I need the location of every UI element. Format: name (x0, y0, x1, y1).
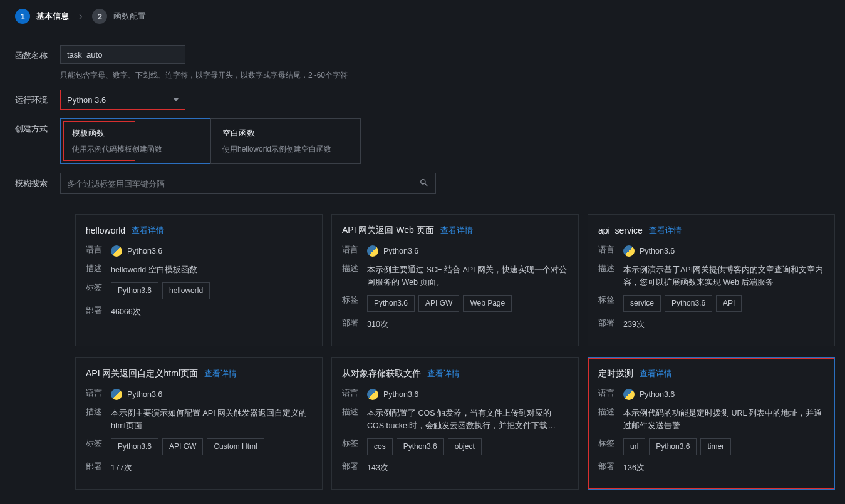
value-desc: 本示例配置了 COS 触发器，当有文件上传到对应的COS bucket时，会触发… (367, 407, 568, 432)
view-details-link[interactable]: 查看详情 (132, 225, 164, 236)
label-deploy: 部署 (86, 306, 111, 316)
value-tags: Python3.6API GWWeb Page (367, 295, 568, 312)
step-1-label: 基本信息 (36, 11, 69, 22)
value-desc: 本示例演示基于API网关提供博客内的文章查询和文章内容，您可以扩展函数来实现 W… (623, 264, 824, 289)
tag[interactable]: timer (700, 438, 731, 455)
step-function-config[interactable]: 2 函数配置 (92, 9, 146, 24)
value-deploy: 143次 (367, 461, 568, 474)
card-title: api_service (598, 225, 643, 235)
value-lang: Python3.6 (367, 388, 568, 401)
tag[interactable]: url (623, 438, 645, 455)
tag[interactable]: helloworld (162, 282, 210, 299)
chevron-right-icon: › (75, 11, 86, 22)
label-tags: 标签 (598, 438, 623, 449)
method-template-function[interactable]: 模板函数 使用示例代码模板创建函数 (60, 118, 210, 164)
step-1-number: 1 (15, 9, 30, 24)
label-function-name: 函数名称 (15, 45, 60, 61)
template-card[interactable]: API 网关返回 Web 页面查看详情语言Python3.6描述本示例主要通过 … (331, 214, 579, 346)
value-desc: 本示例代码的功能是定时拨测 URL 列表中的地址，并通过邮件发送告警 (623, 407, 824, 432)
card-title: API 网关返回自定义html页面 (86, 368, 198, 379)
tag[interactable]: Python3.6 (665, 295, 712, 312)
value-deploy: 310次 (367, 318, 568, 331)
label-desc: 描述 (86, 407, 111, 418)
python-icon (623, 389, 635, 400)
label-lang: 语言 (598, 388, 623, 399)
search-icon[interactable] (419, 178, 429, 190)
tag[interactable]: Web Page (463, 295, 512, 312)
create-method-options: 模板函数 使用示例代码模板创建函数 空白函数 使用helloworld示例创建空… (60, 118, 830, 164)
view-details-link[interactable]: 查看详情 (640, 368, 672, 379)
label-deploy: 部署 (598, 461, 623, 472)
label-lang: 语言 (598, 245, 623, 255)
step-basic-info[interactable]: 1 基本信息 (15, 9, 69, 24)
function-name-hint: 只能包含字母、数字、下划线、连字符，以字母开头，以数字或字母结尾，2~60个字符 (60, 70, 830, 81)
tag[interactable]: API GW (418, 295, 459, 312)
view-details-link[interactable]: 查看详情 (649, 225, 682, 236)
label-lang: 语言 (342, 245, 367, 255)
value-tags: Python3.6API GWCustom Html (111, 438, 312, 455)
method-template-sub: 使用示例代码模板创建函数 (72, 144, 199, 155)
tag[interactable]: cos (367, 438, 393, 455)
template-card[interactable]: 从对象存储获取文件查看详情语言Python3.6描述本示例配置了 COS 触发器… (331, 357, 579, 490)
value-lang: Python3.6 (111, 388, 312, 401)
view-details-link[interactable]: 查看详情 (427, 368, 460, 379)
template-card[interactable]: API 网关返回自定义html页面查看详情语言Python3.6描述本示例主要演… (75, 357, 323, 490)
python-icon (367, 389, 378, 400)
label-deploy: 部署 (86, 461, 111, 472)
card-title: API 网关返回 Web 页面 (342, 225, 434, 236)
form-section: 函数名称 只能包含字母、数字、下划线、连字符，以字母开头，以数字或字母结尾，2~… (0, 31, 845, 498)
card-title: helloworld (86, 225, 125, 235)
label-desc: 描述 (342, 407, 367, 418)
step-2-number: 2 (92, 9, 107, 24)
tag[interactable]: API GW (162, 438, 203, 455)
chevron-down-icon (174, 98, 179, 101)
tag[interactable]: Python3.6 (367, 295, 415, 312)
label-create-method: 创建方式 (15, 118, 60, 135)
runtime-select[interactable]: Python 3.6 (60, 90, 185, 110)
search-wrapper (60, 173, 436, 194)
value-deploy: 177次 (111, 461, 312, 474)
value-deploy: 239次 (623, 318, 824, 331)
label-fuzzy-search: 模糊搜索 (15, 173, 60, 189)
python-icon (111, 389, 122, 400)
label-deploy: 部署 (598, 318, 623, 329)
value-deploy: 136次 (623, 461, 824, 474)
value-tags: cosPython3.6object (367, 438, 568, 455)
value-lang: Python3.6 (623, 388, 824, 401)
label-tags: 标签 (86, 438, 111, 449)
tag[interactable]: Python3.6 (649, 438, 697, 455)
view-details-link[interactable]: 查看详情 (440, 225, 473, 236)
value-tags: Python3.6helloworld (111, 282, 312, 299)
python-icon (367, 245, 378, 257)
method-blank-sub: 使用helloworld示例创建空白函数 (222, 144, 349, 155)
template-card[interactable]: api_service查看详情语言Python3.6描述本示例演示基于API网关… (588, 214, 835, 346)
function-name-input[interactable] (60, 45, 185, 64)
step-2-label: 函数配置 (113, 11, 146, 22)
label-deploy: 部署 (342, 318, 367, 329)
view-details-link[interactable]: 查看详情 (204, 368, 237, 379)
tag[interactable]: Python3.6 (111, 282, 158, 299)
value-desc: helloworld 空白模板函数 (111, 264, 312, 276)
method-blank-function[interactable]: 空白函数 使用helloworld示例创建空白函数 (210, 118, 361, 164)
runtime-value: Python 3.6 (67, 95, 106, 105)
tag[interactable]: object (448, 438, 482, 455)
label-lang: 语言 (86, 388, 111, 399)
tag[interactable]: Python3.6 (397, 438, 444, 455)
tag[interactable]: service (623, 295, 661, 312)
value-tags: urlPython3.6timer (623, 438, 824, 455)
method-blank-title: 空白函数 (222, 128, 349, 139)
value-lang: Python3.6 (367, 245, 568, 257)
tag[interactable]: Python3.6 (111, 438, 158, 455)
label-runtime: 运行环境 (15, 90, 60, 106)
tag[interactable]: API (716, 295, 742, 312)
template-card[interactable]: 定时拨测查看详情语言Python3.6描述本示例代码的功能是定时拨测 URL 列… (588, 357, 835, 490)
search-input[interactable] (67, 179, 419, 188)
value-tags: servicePython3.6API (623, 295, 824, 312)
template-cards-grid: helloworld查看详情语言Python3.6描述helloworld 空白… (15, 203, 830, 493)
card-title: 从对象存储获取文件 (342, 368, 421, 379)
python-icon (623, 245, 635, 257)
card-title: 定时拨测 (598, 368, 633, 379)
tag[interactable]: Custom Html (207, 438, 264, 455)
label-desc: 描述 (342, 264, 367, 274)
template-card[interactable]: helloworld查看详情语言Python3.6描述helloworld 空白… (75, 214, 323, 346)
